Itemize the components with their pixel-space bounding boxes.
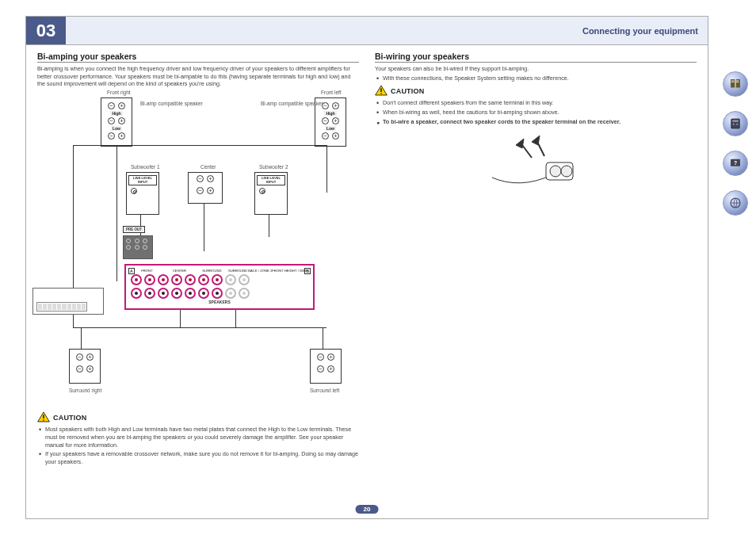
speaker-surround-right: −+ −+ <box>69 349 101 384</box>
subwoofer-1: LINE LEVEL INPUT <box>126 172 159 215</box>
amp-speaker-panel: A B FRONT CENTER SURROUND SURROUND BACK … <box>124 264 315 310</box>
binding-row-black <box>131 288 308 299</box>
rca-jacks <box>128 188 157 194</box>
binding-post <box>225 274 236 285</box>
high-label: High <box>110 111 122 116</box>
terminal-neg: − <box>322 117 329 124</box>
panel-lbl: CENTER <box>163 269 196 273</box>
terminal-pos: + <box>332 117 339 124</box>
wire <box>204 204 204 251</box>
speaker-front-right: −+ High −+ Low −+ <box>101 97 132 147</box>
terminal-row: −+ <box>101 117 132 124</box>
binding-post <box>185 274 196 285</box>
binding-row-red <box>131 274 308 285</box>
terminal-neg: − <box>197 187 204 194</box>
label-surround-left: Surround left <box>310 388 339 393</box>
network-icon[interactable] <box>723 190 748 216</box>
rca-jacks <box>257 188 285 194</box>
line-level-label: LINE LEVEL INPUT <box>128 175 157 185</box>
terminal-pos: + <box>332 102 339 109</box>
binding-post <box>131 274 142 285</box>
svg-rect-2 <box>380 89 381 93</box>
svg-point-9 <box>733 124 735 125</box>
panel-lbl: FRONT <box>131 269 163 273</box>
section-heading-biwire: Bi-wiring your speakers <box>375 52 697 63</box>
panel-top-labels: FRONT CENTER SURROUND SURROUND BACK / ZO… <box>131 269 308 273</box>
terminal-pos: + <box>332 132 339 139</box>
svg-text:?: ? <box>734 160 737 166</box>
terminal-neg: − <box>322 132 329 139</box>
right-column: Bi-wiring your speakers Your speakers ca… <box>375 52 697 469</box>
caution-item: Don't connect different speakers from th… <box>375 99 697 107</box>
label-front-right: Front right <box>107 90 131 95</box>
terminal-pos: + <box>207 175 214 182</box>
side-nav: ? <box>723 71 748 216</box>
label-sub2: Subwoofer 2 <box>259 164 288 170</box>
label-biamp-compat-l: Bi-amp compatible speaker <box>140 101 188 106</box>
device-icon[interactable] <box>723 111 748 136</box>
chapter-number: 03 <box>26 17 66 44</box>
binding-post <box>131 288 142 299</box>
rca-jack <box>143 239 147 243</box>
binding-post <box>239 274 250 285</box>
binding-post <box>171 274 182 285</box>
terminal-pos: + <box>86 365 94 373</box>
terminal-row: −+ <box>70 353 100 361</box>
binding-post <box>225 288 236 299</box>
caution-label: CAUTION <box>53 414 86 422</box>
label-sub1: Subwoofer 1 <box>131 164 160 170</box>
binding-post <box>144 288 155 299</box>
terminal-row: −+ <box>101 102 132 109</box>
line-level-label: LINE LEVEL INPUT <box>257 175 285 185</box>
page-body: Bi-amping your speakers Bi-amping is whe… <box>26 45 708 469</box>
section-heading-biamp: Bi-amping your speakers <box>37 52 359 63</box>
caution-row: CAUTION <box>37 411 359 424</box>
binding-post <box>239 288 250 299</box>
book-icon[interactable] <box>723 71 748 97</box>
rca-jack <box>131 188 137 194</box>
manual-page: 03 Connecting your equipment Bi-amping y… <box>25 16 708 519</box>
binding-post <box>212 288 223 299</box>
caution-label: CAUTION <box>391 87 424 95</box>
warning-icon <box>37 411 50 424</box>
preout-block <box>123 235 153 259</box>
header-title: Connecting your equipment <box>66 17 708 44</box>
wire <box>180 310 181 327</box>
speakers-label: SPEAKERS <box>131 300 308 304</box>
rca-jack <box>126 239 131 243</box>
terminal-neg: − <box>197 175 204 182</box>
panel-lbl: FRONT HEIGHT / WIDE <box>272 269 308 273</box>
terminal-pos: + <box>207 187 214 194</box>
svg-rect-8 <box>732 120 739 122</box>
panel-b-badge: B <box>304 268 311 274</box>
caution-item: If your speakers have a removable crosso… <box>37 450 359 465</box>
rca-jack <box>143 245 147 250</box>
wire <box>269 215 269 237</box>
terminal-row: −+ <box>70 365 100 373</box>
caution-row: CAUTION <box>375 85 697 97</box>
receiver-unit <box>32 288 104 315</box>
terminal-neg: − <box>317 365 324 373</box>
rca-jack <box>135 239 139 243</box>
caution-item: Most speakers with both High and Low ter… <box>37 426 359 449</box>
help-icon[interactable]: ? <box>723 151 748 176</box>
list-item: With these connections, the Speaker Syst… <box>375 75 697 82</box>
terminal-neg: − <box>317 353 324 361</box>
svg-rect-1 <box>43 419 44 420</box>
caution-item-bold: To bi-wire a speaker, connect two speake… <box>375 118 697 126</box>
center-speaker: −+ −+ <box>188 172 223 204</box>
speaker-surround-left: −+ −+ <box>310 349 342 384</box>
wire <box>73 327 326 328</box>
svg-rect-0 <box>43 415 44 418</box>
svg-point-5 <box>550 166 561 177</box>
terminal-row: −+ <box>315 117 346 124</box>
wire <box>116 147 117 281</box>
page-header: 03 Connecting your equipment <box>26 17 708 45</box>
binding-post <box>212 274 223 285</box>
terminal-pos: + <box>327 365 334 373</box>
terminal-pos: + <box>118 117 125 124</box>
label-surround-right: Surround right <box>69 388 101 393</box>
biamp-diagram: Front right −+ High −+ Low −+ Bi-amp com… <box>37 91 359 408</box>
page-number: 20 <box>356 505 379 514</box>
terminal-neg: − <box>108 102 115 109</box>
